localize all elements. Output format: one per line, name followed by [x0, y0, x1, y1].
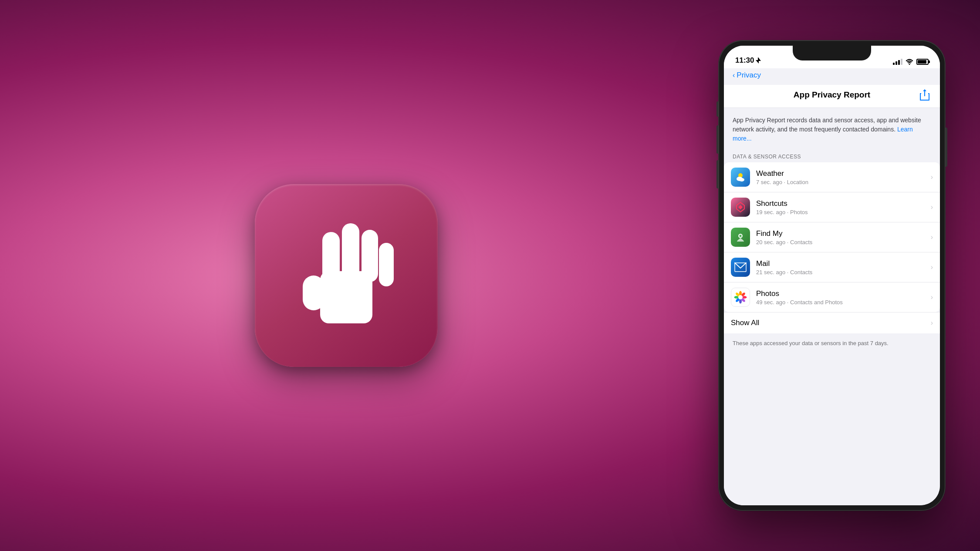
shortcuts-app-detail: 19 sec. ago · Photos: [756, 209, 931, 215]
weather-app-detail: 7 sec. ago · Location: [756, 179, 931, 185]
mail-app-name: Mail: [756, 259, 931, 268]
side-button-power: [945, 128, 947, 167]
show-all-chevron-icon: ›: [931, 319, 933, 327]
svg-point-18: [739, 299, 742, 304]
share-button[interactable]: [918, 88, 931, 101]
status-icons: [893, 59, 929, 65]
svg-rect-4: [362, 230, 378, 282]
chevron-right-icon: ›: [931, 263, 933, 271]
side-button-volume-down: [716, 160, 719, 188]
right-section: 11:30: [719, 40, 945, 511]
side-button-volume-up: [716, 125, 719, 154]
svg-point-14: [739, 291, 742, 296]
description-text: App Privacy Report records data and sens…: [733, 117, 921, 133]
weather-app-icon: [731, 168, 750, 187]
chevron-right-icon: ›: [931, 293, 933, 301]
list-item[interactable]: Find My 20 sec. ago · Contacts ›: [724, 222, 940, 252]
show-all-row[interactable]: Show All ›: [724, 312, 940, 333]
location-arrow-icon: [756, 57, 761, 64]
list-item[interactable]: Shortcuts 19 sec. ago · Photos ›: [724, 192, 940, 222]
chevron-right-icon: ›: [931, 173, 933, 181]
svg-rect-3: [342, 223, 359, 280]
shortcuts-app-info: Shortcuts 19 sec. ago · Photos: [756, 199, 931, 215]
svg-point-11: [740, 235, 742, 237]
page-header: App Privacy Report: [724, 85, 940, 108]
findmy-app-icon: [731, 228, 750, 247]
findmy-app-info: Find My 20 sec. ago · Contacts: [756, 229, 931, 245]
findmy-app-detail: 20 sec. ago · Contacts: [756, 239, 931, 245]
wifi-icon: [906, 59, 913, 65]
back-navigation[interactable]: ‹ Privacy: [733, 71, 931, 80]
show-all-label[interactable]: Show All: [731, 319, 759, 327]
nav-bar: ‹ Privacy: [724, 68, 940, 85]
footer-text: These apps accessed your data or sensors…: [724, 333, 940, 353]
weather-app-name: Weather: [756, 169, 931, 178]
app-list: Weather 7 sec. ago · Location ›: [724, 162, 940, 312]
findmy-app-name: Find My: [756, 229, 931, 238]
section-header: DATA & SENSOR ACCESS: [724, 149, 940, 162]
chevron-right-icon: ›: [931, 233, 933, 241]
list-item[interactable]: Photos 49 sec. ago · Contacts and Photos…: [724, 282, 940, 312]
photos-app-detail: 49 sec. ago · Contacts and Photos: [756, 299, 931, 306]
svg-point-20: [734, 296, 739, 299]
phone-screen: 11:30: [724, 46, 940, 505]
side-button-mute: [716, 101, 719, 117]
shortcuts-app-name: Shortcuts: [756, 199, 931, 208]
description-block: App Privacy Report records data and sens…: [724, 108, 940, 149]
shortcuts-app-icon: [731, 198, 750, 217]
svg-rect-2: [322, 232, 340, 284]
svg-rect-1: [303, 276, 324, 310]
svg-point-9: [739, 178, 744, 181]
photos-app-info: Photos 49 sec. ago · Contacts and Photos: [756, 289, 931, 306]
notch: [793, 46, 871, 60]
svg-point-16: [742, 296, 747, 299]
chevron-right-icon: ›: [931, 203, 933, 211]
content-area: App Privacy Report records data and sens…: [724, 108, 940, 505]
svg-rect-5: [379, 243, 394, 286]
hand-stop-icon: [290, 215, 403, 336]
battery-icon: [916, 59, 929, 65]
weather-app-info: Weather 7 sec. ago · Location: [756, 169, 931, 185]
mail-app-icon: [731, 258, 750, 277]
back-label[interactable]: Privacy: [737, 71, 761, 80]
left-section: [0, 184, 719, 367]
photos-app-name: Photos: [756, 289, 931, 298]
mail-app-info: Mail 21 sec. ago · Contacts: [756, 259, 931, 276]
phone-frame: 11:30: [719, 40, 945, 511]
status-time: 11:30: [735, 56, 761, 65]
list-item[interactable]: Weather 7 sec. ago · Location ›: [724, 162, 940, 192]
page-title: App Privacy Report: [746, 90, 918, 100]
back-chevron-icon: ‹: [733, 71, 735, 79]
svg-point-22: [738, 295, 743, 299]
app-icon: [255, 184, 438, 367]
svg-point-6: [909, 64, 910, 65]
photos-app-icon: [731, 288, 750, 307]
mail-app-detail: 21 sec. ago · Contacts: [756, 269, 931, 276]
signal-icon: [893, 59, 902, 65]
list-item[interactable]: Mail 21 sec. ago · Contacts ›: [724, 252, 940, 282]
